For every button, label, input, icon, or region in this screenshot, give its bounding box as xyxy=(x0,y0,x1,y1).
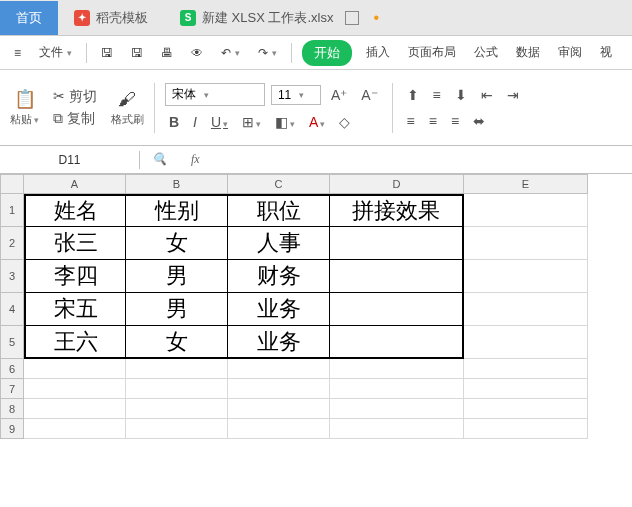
cell[interactable]: 姓名 xyxy=(24,194,126,227)
ribbon-tab-insert[interactable]: 插入 xyxy=(362,42,394,63)
ribbon-tab-review[interactable]: 审阅 xyxy=(554,42,586,63)
cut-button[interactable]: ✂ 剪切 xyxy=(49,86,101,108)
cell[interactable] xyxy=(330,260,464,293)
font-color-button[interactable]: A xyxy=(305,112,329,132)
row-header[interactable]: 1 xyxy=(0,194,24,227)
col-header-e[interactable]: E xyxy=(464,174,588,194)
cell[interactable]: 男 xyxy=(126,293,228,326)
cell[interactable]: 人事 xyxy=(228,227,330,260)
col-header-b[interactable]: B xyxy=(126,174,228,194)
cell[interactable]: 性别 xyxy=(126,194,228,227)
style-button[interactable]: ◇ xyxy=(335,112,354,132)
col-header-c[interactable]: C xyxy=(228,174,330,194)
menu-file[interactable]: 文件 xyxy=(35,42,76,63)
window-restore-icon[interactable] xyxy=(345,11,359,25)
cell[interactable]: 宋五 xyxy=(24,293,126,326)
fill-color-button[interactable]: ◧ xyxy=(271,112,299,132)
cell[interactable] xyxy=(464,260,588,293)
cell[interactable] xyxy=(126,419,228,439)
align-center-button[interactable]: ≡ xyxy=(425,111,441,131)
name-box[interactable]: D11 xyxy=(0,151,140,169)
align-top-button[interactable]: ⬆ xyxy=(403,85,423,105)
tab-home[interactable]: 首页 xyxy=(0,1,58,35)
cell[interactable]: 王六 xyxy=(24,326,126,359)
fx-icon[interactable]: fx xyxy=(179,152,212,167)
cell[interactable]: 张三 xyxy=(24,227,126,260)
cell[interactable] xyxy=(330,227,464,260)
ribbon-tab-formula[interactable]: 公式 xyxy=(470,42,502,63)
cell[interactable]: 李四 xyxy=(24,260,126,293)
cell[interactable] xyxy=(464,359,588,379)
cell[interactable] xyxy=(330,293,464,326)
print-icon[interactable]: 🖶 xyxy=(157,44,177,62)
format-painter-group[interactable]: 🖌 格式刷 xyxy=(111,89,144,127)
cell[interactable] xyxy=(330,379,464,399)
col-header-a[interactable]: A xyxy=(24,174,126,194)
ribbon-tab-layout[interactable]: 页面布局 xyxy=(404,42,460,63)
font-size-select[interactable]: 11 xyxy=(271,85,321,105)
cell[interactable]: 拼接效果 xyxy=(330,194,464,227)
increase-font-button[interactable]: A⁺ xyxy=(327,85,351,105)
cell[interactable]: 女 xyxy=(126,326,228,359)
row-header[interactable]: 7 xyxy=(0,379,24,399)
cell[interactable] xyxy=(330,419,464,439)
ribbon-tab-start[interactable]: 开始 xyxy=(302,40,352,66)
align-bottom-button[interactable]: ⬇ xyxy=(451,85,471,105)
border-button[interactable]: ⊞ xyxy=(238,112,265,132)
indent-decrease-button[interactable]: ⇤ xyxy=(477,85,497,105)
search-icon[interactable]: 🔍 xyxy=(140,152,179,167)
cell[interactable] xyxy=(464,194,588,227)
menu-hamburger-icon[interactable]: ≡ xyxy=(10,44,25,62)
align-left-button[interactable]: ≡ xyxy=(403,111,419,131)
decrease-font-button[interactable]: A⁻ xyxy=(357,85,381,105)
cell[interactable] xyxy=(330,399,464,419)
redo-button[interactable]: ↷ xyxy=(254,44,281,62)
cell[interactable]: 女 xyxy=(126,227,228,260)
cell[interactable] xyxy=(126,399,228,419)
cell[interactable] xyxy=(228,399,330,419)
align-middle-button[interactable]: ≡ xyxy=(429,85,445,105)
row-header[interactable]: 4 xyxy=(0,293,24,326)
print-preview-icon[interactable]: 👁 xyxy=(187,44,207,62)
cell[interactable] xyxy=(126,379,228,399)
merge-button[interactable]: ⬌ xyxy=(469,111,489,131)
ribbon-tab-data[interactable]: 数据 xyxy=(512,42,544,63)
cell[interactable]: 业务 xyxy=(228,293,330,326)
row-header[interactable]: 8 xyxy=(0,399,24,419)
save-as-icon[interactable]: 🖫 xyxy=(127,44,147,62)
row-header[interactable]: 6 xyxy=(0,359,24,379)
underline-button[interactable]: U xyxy=(207,112,232,132)
cell[interactable]: 职位 xyxy=(228,194,330,227)
font-name-select[interactable]: 宋体 xyxy=(165,83,265,106)
bold-button[interactable]: B xyxy=(165,112,183,132)
tab-document[interactable]: S 新建 XLSX 工作表.xlsx • xyxy=(164,1,395,35)
cell[interactable] xyxy=(24,359,126,379)
cell[interactable] xyxy=(126,359,228,379)
cell[interactable]: 财务 xyxy=(228,260,330,293)
indent-increase-button[interactable]: ⇥ xyxy=(503,85,523,105)
cell[interactable] xyxy=(464,399,588,419)
cell[interactable] xyxy=(228,419,330,439)
tab-template[interactable]: ✦ 稻壳模板 xyxy=(58,1,164,35)
cell[interactable] xyxy=(464,227,588,260)
row-header[interactable]: 5 xyxy=(0,326,24,359)
cell[interactable] xyxy=(228,379,330,399)
cell[interactable] xyxy=(24,399,126,419)
cell[interactable] xyxy=(464,379,588,399)
formula-input[interactable] xyxy=(212,158,632,162)
copy-button[interactable]: ⧉ 复制 xyxy=(49,108,99,130)
cell[interactable] xyxy=(228,359,330,379)
row-header[interactable]: 3 xyxy=(0,260,24,293)
cell[interactable] xyxy=(464,326,588,359)
cell[interactable] xyxy=(330,326,464,359)
cell[interactable] xyxy=(24,379,126,399)
cell[interactable] xyxy=(464,419,588,439)
cell[interactable] xyxy=(24,419,126,439)
cell[interactable]: 男 xyxy=(126,260,228,293)
col-header-d[interactable]: D xyxy=(330,174,464,194)
row-header[interactable]: 2 xyxy=(0,227,24,260)
ribbon-tab-view[interactable]: 视 xyxy=(596,42,616,63)
cell[interactable] xyxy=(330,359,464,379)
row-header[interactable]: 9 xyxy=(0,419,24,439)
paste-group[interactable]: 📋 粘贴 xyxy=(10,88,39,127)
